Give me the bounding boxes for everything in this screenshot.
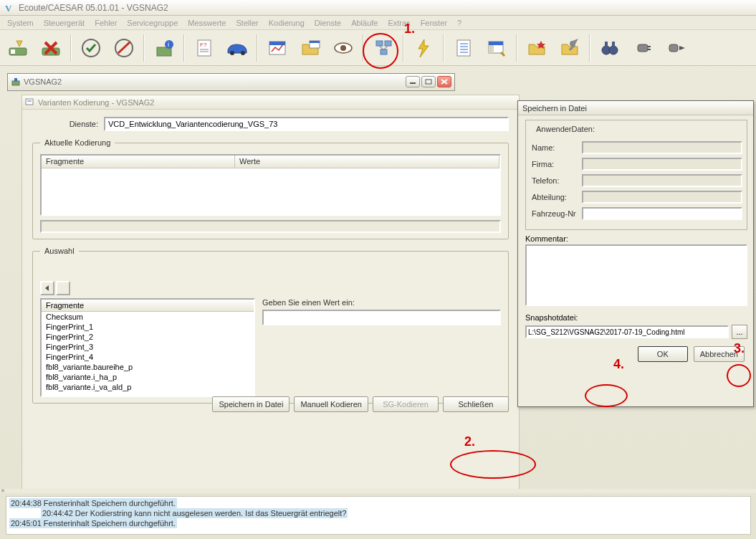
wert-input[interactable] (262, 310, 501, 325)
snapshot-path-value: L:\SG_S212\VGSNAG2\2017-07-19_Coding.htm… (528, 328, 684, 336)
svg-text:V: V (5, 3, 12, 14)
svg-rect-37 (489, 42, 503, 45)
col-werte[interactable]: Werte (235, 156, 499, 168)
fragmente-listbox[interactable]: Fragmente ChecksumFingerPrint_1FingerPri… (40, 298, 255, 397)
svg-rect-27 (381, 49, 387, 54)
tool-doclist-icon[interactable] (449, 33, 479, 63)
dialog-title[interactable]: Speichern in Datei (518, 101, 753, 115)
menu-steller[interactable]: Steller (231, 17, 262, 29)
tool-tableedit-icon[interactable] (482, 33, 512, 63)
toolbar-sep (516, 34, 517, 62)
tool-eye-icon[interactable] (328, 33, 358, 63)
name-label: Name: (532, 143, 582, 152)
tool-plug-arrow-icon[interactable] (661, 33, 691, 63)
tool-connect-icon[interactable] (3, 33, 33, 63)
menu-steuergeraet[interactable]: Steuergerät (39, 17, 89, 29)
tool-tree-icon[interactable] (368, 33, 398, 63)
kommentar-label: Kommentar: (525, 234, 747, 243)
svg-rect-57 (26, 99, 33, 105)
svg-marker-2 (16, 41, 22, 47)
tool-plug-icon[interactable] (628, 33, 658, 63)
auswahl-legend: Auswahl (40, 247, 79, 255)
inner-title: Varianten Kodierung - VGSNAG2 (38, 98, 154, 107)
tool-tools-icon[interactable] (555, 33, 585, 63)
menu-fehler[interactable]: Fehler (90, 17, 121, 29)
tool-folder-gauge-icon[interactable] (295, 33, 325, 63)
ok-button[interactable]: OK (638, 346, 688, 362)
list-item[interactable]: fbl8_variante.i_va_ald_p (42, 382, 254, 392)
svg-rect-54 (426, 80, 431, 84)
anwenderdaten-label: AnwenderDaten: (533, 125, 598, 133)
toolbar-sep (70, 34, 72, 62)
svg-marker-59 (45, 285, 49, 291)
manuell-kodieren-button[interactable]: Manuell Kodieren (294, 396, 368, 412)
speichern-in-datei-button[interactable]: Speichern in Datei (212, 396, 290, 412)
svg-line-9 (118, 42, 130, 53)
svg-line-28 (379, 46, 383, 49)
list-item[interactable]: FingerPrint_3 (42, 342, 254, 352)
dienste-field[interactable]: VCD_Entwicklung_Variantencodierung_VGS_7… (104, 117, 509, 131)
tool-check-icon[interactable] (76, 33, 106, 63)
app-root: V Ecoute/CAESAR 05.01.01 - VGSNAG2 Syste… (0, 0, 756, 539)
menubar: System Steuergerät Fehler Servicegruppe … (0, 16, 756, 30)
svg-marker-50 (679, 46, 685, 50)
list-item[interactable]: fbl8_variante.i_ha_p (42, 372, 254, 382)
menu-ablaeufe[interactable]: Abläufe (347, 17, 382, 29)
tool-gauge-icon[interactable] (262, 33, 292, 63)
fahrzeugnr-input[interactable] (582, 207, 742, 220)
menu-dienste[interactable]: Dienste (310, 17, 345, 29)
tool-cancel-icon[interactable] (109, 33, 139, 63)
list-item[interactable]: FingerPrint_4 (42, 352, 254, 362)
maximize-button[interactable] (421, 76, 436, 87)
close-button[interactable] (437, 76, 451, 87)
tool-ecuinfo-icon[interactable]: i (149, 33, 179, 63)
tool-binoculars-icon[interactable] (595, 33, 625, 63)
menu-kodierung[interactable]: Kodierung (264, 17, 309, 29)
scroll-left-button[interactable] (40, 281, 54, 295)
kodierung-table[interactable]: Fragmente Werte (40, 154, 501, 216)
minimize-button[interactable] (406, 76, 420, 87)
snapshot-path-input[interactable]: L:\SG_S212\VGSNAG2\2017-07-19_Coding.htm… (525, 325, 729, 338)
browse-button[interactable]: ... (732, 325, 747, 339)
list-item[interactable]: FingerPrint_1 (42, 322, 254, 332)
child-titlebar[interactable]: VGSNAG2 (8, 74, 454, 90)
aktuelle-kodierung-group: Aktuelle Kodierung Fragmente Werte (32, 138, 509, 239)
log-splitter[interactable]: ✕ (0, 489, 756, 493)
auswahl-group: Auswahl Fragmente ChecksumFingerPrint_1F… (32, 247, 509, 404)
abbrechen-button[interactable]: Abbrechen (694, 346, 745, 362)
schliessen-button[interactable]: Schließen (443, 396, 509, 412)
tool-car-icon[interactable] (222, 33, 252, 63)
tool-flash-icon[interactable] (408, 33, 439, 63)
auswahl-top-spacer (40, 262, 501, 277)
list-item[interactable]: fbl8_variante.baureihe_p (42, 362, 254, 372)
tool-script-icon[interactable]: F? (189, 33, 219, 63)
panel-icon (25, 97, 34, 108)
svg-rect-3 (11, 49, 15, 54)
log-area[interactable]: 20:44:38 Fensterinhalt Speichern durchge… (6, 496, 751, 535)
tool-disconnect-icon[interactable] (36, 33, 66, 63)
svg-line-29 (384, 46, 388, 49)
list-item[interactable]: Checksum (42, 312, 254, 322)
dienste-value: VCD_Entwicklung_Variantencodierung_VGS_7… (108, 120, 277, 128)
menu-system[interactable]: System (3, 17, 38, 29)
abteilung-input[interactable] (582, 191, 742, 204)
svg-rect-51 (12, 81, 19, 85)
menu-extras[interactable]: Extras (383, 17, 414, 29)
menu-messwerte[interactable]: Messwerte (183, 17, 230, 29)
menu-fenster[interactable]: Fenster (416, 17, 451, 29)
menu-help[interactable]: ? (453, 17, 466, 29)
svg-text:i: i (168, 41, 169, 48)
child-title: VGSNAG2 (24, 77, 62, 86)
list-item[interactable]: FingerPrint_2 (42, 332, 254, 342)
tool-folderstar-icon[interactable] (522, 33, 552, 63)
telefon-input[interactable] (582, 174, 742, 187)
fragmente-list-header[interactable]: Fragmente (42, 300, 254, 312)
kommentar-textarea[interactable] (525, 244, 747, 306)
firma-input[interactable] (582, 158, 742, 171)
name-input[interactable] (582, 141, 742, 154)
svg-rect-38 (489, 45, 494, 53)
svg-point-17 (230, 51, 234, 55)
col-fragmente[interactable]: Fragmente (42, 156, 235, 168)
menu-servicegruppe[interactable]: Servicegruppe (123, 17, 182, 29)
scroll-end-button[interactable] (56, 281, 70, 295)
